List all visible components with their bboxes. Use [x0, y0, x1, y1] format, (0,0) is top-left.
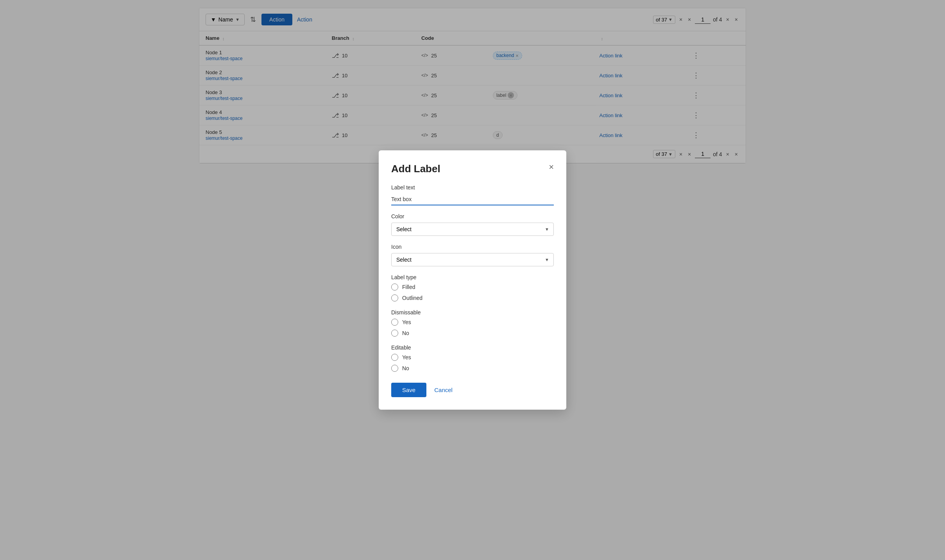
modal-overlay[interactable]: Add Label × Label text Color Select Red …	[0, 0, 945, 560]
dismissable-no[interactable]: No	[391, 330, 554, 337]
label-type-label: Label type	[391, 274, 554, 280]
cancel-button[interactable]: Cancel	[433, 383, 454, 397]
form-group-label-text: Label text	[391, 184, 554, 205]
editable-yes-radio[interactable]	[391, 354, 398, 361]
label-text-input[interactable]	[391, 194, 554, 205]
label-type-outlined[interactable]: Outlined	[391, 294, 554, 301]
dismissable-radio-group: Yes No	[391, 319, 554, 337]
modal-header: Add Label ×	[391, 163, 554, 175]
editable-no-text: No	[402, 365, 409, 371]
modal-footer: Save Cancel	[391, 383, 554, 397]
editable-no[interactable]: No	[391, 365, 554, 372]
label-type-outlined-radio[interactable]	[391, 294, 398, 301]
editable-yes[interactable]: Yes	[391, 354, 554, 361]
color-select[interactable]: Select Red Blue Green Yellow Purple	[391, 223, 554, 236]
icon-select-wrapper: Select Star Heart Flag Tag	[391, 253, 554, 266]
dismissable-yes-text: Yes	[402, 319, 411, 325]
icon-select[interactable]: Select Star Heart Flag Tag	[391, 253, 554, 266]
page-container: ▼ Name ▼ ⇅ Action Action of 37 ▼ × × of …	[199, 8, 746, 320]
label-type-filled-radio[interactable]	[391, 284, 398, 291]
dismissable-yes-radio[interactable]	[391, 319, 398, 326]
dismissable-yes[interactable]: Yes	[391, 319, 554, 326]
label-type-outlined-text: Outlined	[402, 295, 422, 301]
form-group-label-type: Label type Filled Outlined	[391, 274, 554, 301]
form-group-editable: Editable Yes No	[391, 344, 554, 372]
label-type-filled-text: Filled	[402, 284, 415, 290]
color-select-wrapper: Select Red Blue Green Yellow Purple	[391, 223, 554, 236]
label-type-radio-group: Filled Outlined	[391, 284, 554, 301]
label-type-filled[interactable]: Filled	[391, 284, 554, 291]
icon-label: Icon	[391, 244, 554, 250]
dismissable-no-radio[interactable]	[391, 330, 398, 337]
editable-yes-text: Yes	[402, 354, 411, 360]
save-button[interactable]: Save	[391, 383, 426, 397]
modal-title: Add Label	[391, 163, 440, 175]
editable-label: Editable	[391, 344, 554, 351]
editable-radio-group: Yes No	[391, 354, 554, 372]
dismissable-no-text: No	[402, 330, 409, 336]
add-label-modal: Add Label × Label text Color Select Red …	[379, 150, 566, 410]
modal-close-button[interactable]: ×	[549, 163, 554, 171]
editable-no-radio[interactable]	[391, 365, 398, 372]
form-group-dismissable: Dismissable Yes No	[391, 309, 554, 337]
dismissable-label: Dismissable	[391, 309, 554, 316]
color-label: Color	[391, 213, 554, 219]
label-text-label: Label text	[391, 184, 554, 191]
form-group-icon: Icon Select Star Heart Flag Tag	[391, 244, 554, 266]
form-group-color: Color Select Red Blue Green Yellow Purpl…	[391, 213, 554, 236]
